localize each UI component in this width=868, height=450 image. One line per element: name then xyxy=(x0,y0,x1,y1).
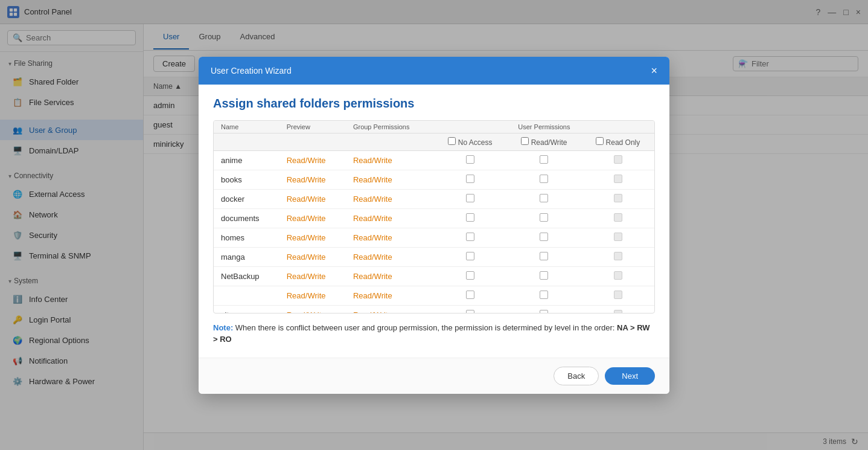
no-access-checkbox[interactable] xyxy=(466,252,474,260)
no-access-all-checkbox[interactable] xyxy=(448,137,456,145)
perm-read-only-cell xyxy=(582,247,654,266)
perm-group-perm: Read/Write xyxy=(346,150,434,170)
read-only-checkbox[interactable] xyxy=(614,194,622,202)
perm-group-perm: Read/Write xyxy=(346,266,434,286)
col-read-write-header: Read/Write xyxy=(506,133,581,150)
modal-body: Assign shared folders permissions Name P… xyxy=(199,85,669,358)
user-creation-wizard-modal: User Creation Wizard × Assign shared fol… xyxy=(199,57,669,394)
read-write-all-checkbox[interactable] xyxy=(521,137,529,145)
perm-folder-name: sites xyxy=(214,305,279,313)
col-preview-sub xyxy=(279,133,346,150)
no-access-checkbox[interactable] xyxy=(466,291,474,299)
modal-title: User Creation Wizard xyxy=(211,66,292,76)
no-access-checkbox[interactable] xyxy=(466,175,474,183)
perm-folder-name: NetBackup xyxy=(214,266,279,286)
col-group-row: Name Preview Group Permissions User Perm… xyxy=(214,121,654,133)
perm-folder-name: docker xyxy=(214,189,279,208)
modal-footer: Back Next xyxy=(199,358,669,394)
read-write-checkbox[interactable] xyxy=(540,271,548,280)
perm-no-access-cell xyxy=(434,150,506,170)
col-header-row: No Access Read/Write Read Only xyxy=(214,133,654,150)
read-only-all-checkbox[interactable] xyxy=(596,137,604,145)
read-write-checkbox[interactable] xyxy=(540,252,548,260)
note-area: Note: When there is conflict between use… xyxy=(213,322,655,346)
perm-preview: Read/Write xyxy=(279,208,346,228)
col-group-perm-sub xyxy=(346,133,434,150)
perm-read-only-cell xyxy=(582,208,654,228)
col-group-perm-header: Group Permissions xyxy=(346,121,434,133)
perm-preview: Read/Write xyxy=(279,266,346,286)
col-no-access-header: No Access xyxy=(434,133,506,150)
perm-preview: Read/Write xyxy=(279,150,346,170)
perm-no-access-cell xyxy=(434,170,506,189)
perm-folder-name: manga xyxy=(214,247,279,266)
no-access-checkbox[interactable] xyxy=(466,213,474,222)
modal-header: User Creation Wizard × xyxy=(199,57,669,85)
read-only-checkbox[interactable] xyxy=(614,213,622,222)
perm-group-perm: Read/Write xyxy=(346,247,434,266)
perm-group-perm: Read/Write xyxy=(346,228,434,247)
read-write-label: Read/Write xyxy=(531,138,567,147)
perm-table-row: manga Read/Write Read/Write xyxy=(214,247,654,266)
no-access-checkbox[interactable] xyxy=(466,310,474,313)
perm-no-access-cell xyxy=(434,208,506,228)
perm-read-only-cell xyxy=(582,228,654,247)
perm-read-only-cell xyxy=(582,150,654,170)
perm-read-write-cell xyxy=(506,247,581,266)
perm-table-row: books Read/Write Read/Write xyxy=(214,170,654,189)
perm-no-access-cell xyxy=(434,305,506,313)
perm-no-access-cell xyxy=(434,247,506,266)
perm-preview: Read/Write xyxy=(279,170,346,189)
perm-no-access-cell xyxy=(434,189,506,208)
perm-read-only-cell xyxy=(582,305,654,313)
read-write-checkbox[interactable] xyxy=(540,291,548,299)
read-only-label: Read Only xyxy=(606,138,640,147)
col-name-sub xyxy=(214,133,279,150)
col-name-header: Name xyxy=(214,121,279,133)
no-access-checkbox[interactable] xyxy=(466,194,474,202)
modal-close-button[interactable]: × xyxy=(651,65,657,76)
back-button[interactable]: Back xyxy=(554,367,599,385)
read-only-checkbox[interactable] xyxy=(614,291,622,299)
perm-table-row: NetBackup Read/Write Read/Write xyxy=(214,266,654,286)
col-preview-header: Preview xyxy=(279,121,346,133)
perm-group-perm: Read/Write xyxy=(346,189,434,208)
col-user-perms-header: User Permissions xyxy=(434,121,654,133)
next-button[interactable]: Next xyxy=(605,367,655,385)
perm-group-perm: Read/Write xyxy=(346,305,434,313)
perm-read-only-cell xyxy=(582,266,654,286)
perm-table-row: anime Read/Write Read/Write xyxy=(214,150,654,170)
perm-read-write-cell xyxy=(506,150,581,170)
no-access-checkbox[interactable] xyxy=(466,271,474,280)
read-write-checkbox[interactable] xyxy=(540,233,548,241)
perm-preview: Read/Write xyxy=(279,305,346,313)
col-read-only-header: Read Only xyxy=(582,133,654,150)
no-access-checkbox[interactable] xyxy=(466,233,474,241)
read-only-checkbox[interactable] xyxy=(614,310,622,313)
perm-no-access-cell xyxy=(434,266,506,286)
perm-folder-name: documents xyxy=(214,208,279,228)
note-label: Note: xyxy=(213,323,233,332)
perm-read-only-cell xyxy=(582,286,654,305)
read-only-checkbox[interactable] xyxy=(614,175,622,183)
no-access-checkbox[interactable] xyxy=(466,155,474,164)
read-write-checkbox[interactable] xyxy=(540,155,548,164)
read-only-checkbox[interactable] xyxy=(614,233,622,241)
read-only-checkbox[interactable] xyxy=(614,155,622,164)
perm-read-write-cell xyxy=(506,189,581,208)
read-only-checkbox[interactable] xyxy=(614,252,622,260)
perm-table-row: documents Read/Write Read/Write xyxy=(214,208,654,228)
read-write-checkbox[interactable] xyxy=(540,310,548,313)
read-write-checkbox[interactable] xyxy=(540,175,548,183)
note-text: When there is conflict between user and … xyxy=(233,323,617,332)
perm-folder-name: homes xyxy=(214,228,279,247)
perm-table-row: docker Read/Write Read/Write xyxy=(214,189,654,208)
read-only-checkbox[interactable] xyxy=(614,271,622,280)
perm-table-row: sites Read/Write Read/Write xyxy=(214,305,654,313)
read-write-checkbox[interactable] xyxy=(540,194,548,202)
perm-group-perm: Read/Write xyxy=(346,170,434,189)
perm-folder-name: books xyxy=(214,170,279,189)
read-write-checkbox[interactable] xyxy=(540,213,548,222)
perm-preview: Read/Write xyxy=(279,286,346,305)
perm-no-access-cell xyxy=(434,286,506,305)
